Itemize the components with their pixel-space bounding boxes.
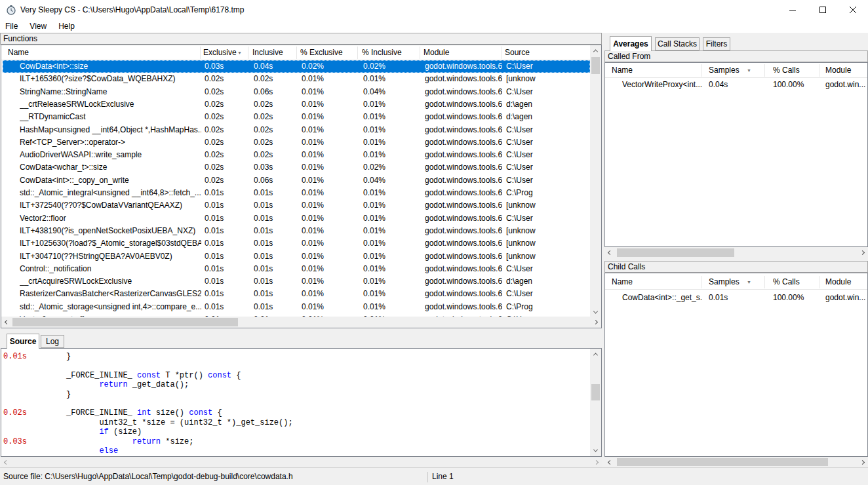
function-row[interactable]: std::_Atomic_integral<unsigned __int64,8… [3,187,590,199]
tab-call-stacks[interactable]: Call Stacks [655,37,700,50]
source-horizontal-scrollbar[interactable] [1,457,602,467]
column-divider[interactable] [819,64,819,77]
function-row[interactable]: RasterizerCanvasBatcher<RasterizerCanvas… [3,288,590,300]
functions-dock-title[interactable]: Functions [0,33,602,45]
function-row[interactable]: ILT+1025630(?load?$_Atomic_storagel$03st… [3,237,590,250]
column-header-inclusive[interactable]: Inclusive [252,45,293,60]
column-divider[interactable] [420,47,420,59]
function-row[interactable]: CowData<int>::size0.03s0.04s0.02%0.02%go… [3,60,590,73]
menu-help[interactable]: Help [52,20,81,33]
cell-pct_inclusive: 0.01% [363,250,421,263]
called-from-dock-title[interactable]: Called From [604,50,868,62]
child-calls-horizontal-scrollbar[interactable] [604,457,868,467]
function-row[interactable]: Vector2::floor0.01s0.01s0.01%0.01%godot.… [3,212,590,225]
column-header-pct-calls[interactable]: % Calls [773,275,812,290]
menu-label: File [5,22,18,31]
function-row[interactable]: HashMap<unsigned __int64,Object *,HashMa… [3,124,590,136]
column-header-name[interactable]: Name [612,63,697,78]
cell-source: C:\User [506,149,589,161]
column-header-samples[interactable]: Samples [709,275,741,290]
column-header-module[interactable]: Module [825,275,865,290]
code-text: uint32_t *size = (uint32_t *)_get_size()… [66,418,293,427]
scrollbar-thumb[interactable] [617,458,828,466]
column-divider[interactable] [502,47,502,59]
cell-module: godot.windows.tools.64 [425,73,502,85]
table-row[interactable]: VectorWriteProxy<int...0.04s100.00%godot… [605,78,867,91]
dock-title-label: Functions [3,34,37,43]
column-divider[interactable] [764,276,765,288]
tab-averages[interactable]: Averages [610,36,652,51]
cell-inclusive: 0.02s [254,124,298,136]
column-header-source[interactable]: Source [505,45,583,60]
scroll-left-button[interactable] [604,457,616,467]
scrollbar-thumb[interactable] [591,57,600,74]
tab-filters[interactable]: Filters [703,37,730,50]
menu-view[interactable]: View [24,20,52,33]
function-row[interactable]: CowData<int>::_copy_on_write0.02s0.06s0.… [3,174,590,187]
chevron-left-icon [4,459,9,464]
scroll-right-button[interactable] [591,457,602,467]
scrollbar-thumb[interactable] [617,248,734,257]
column-divider[interactable] [296,47,297,59]
function-row[interactable]: Control::_notification0.01s0.01s0.01%0.0… [3,263,590,275]
column-divider[interactable] [248,47,248,59]
scroll-left-button[interactable] [1,317,12,328]
column-header-module[interactable]: Module [424,45,497,60]
column-divider[interactable] [764,64,765,77]
column-header-pct-inclusive[interactable]: % Inclusive [362,45,416,60]
column-header-exclusive[interactable]: Exclusive [203,45,237,60]
scroll-left-button[interactable] [604,247,616,258]
column-divider[interactable] [200,47,201,59]
minimize-button[interactable] [778,0,808,20]
column-divider[interactable] [701,276,701,288]
function-row[interactable]: __crtReleaseSRWLockExclusive0.02s0.02s0.… [3,98,590,111]
function-row[interactable]: ILT+438190(?is_openNetSocketPosixUEBA_NX… [3,225,590,237]
function-row[interactable]: __crtAcquireSRWLockExclusive0.01s0.01s0.… [3,275,590,288]
scroll-down-button[interactable] [590,445,601,456]
scroll-right-button[interactable] [857,247,868,258]
scroll-up-button[interactable] [590,45,601,56]
child-calls-dock-title[interactable]: Child Calls [604,261,868,273]
column-divider[interactable] [357,47,358,59]
scroll-right-button[interactable] [590,317,601,328]
table-row[interactable]: CowData<int>::_get_s...0.01s100.00%godot… [605,291,867,304]
function-row[interactable]: ILT+372540(??0?$CowDataVVariantQEAAXZ)0.… [3,199,590,212]
scrollbar-thumb[interactable] [12,318,238,326]
scroll-right-button[interactable] [857,457,868,467]
column-header-name[interactable]: Name [612,275,697,290]
source-line: if (size) [1,427,590,436]
functions-vertical-scrollbar[interactable] [590,45,601,318]
menu-file[interactable]: File [0,20,24,33]
cell-pct_exclusive: 0.01% [302,111,359,123]
column-divider[interactable] [701,64,701,77]
tab-source[interactable]: Source [7,334,39,349]
scrollbar-thumb[interactable] [591,384,600,400]
function-row[interactable]: std::_Atomic_storage<unsigned int,4>::co… [3,301,590,313]
function-row[interactable]: __RTDynamicCast0.02s0.02s0.01%0.01%godot… [3,111,590,123]
function-row[interactable]: ILT+165360(?size?$CowData_WQEBAHXZ)0.02s… [3,73,590,85]
maximize-button[interactable] [808,0,838,20]
function-row[interactable]: ILT+304710(??HStringQEBA?AV0AEBV0Z)0.01s… [3,250,590,263]
functions-horizontal-scrollbar[interactable] [1,317,601,328]
chevron-down-icon [593,309,598,314]
column-divider[interactable] [819,276,819,288]
function-row[interactable]: Ref<TCP_Server>::operator->0.02s0.02s0.0… [3,136,590,149]
title-bar[interactable]: Very Sleepy CS - C:\Users\Hugo\AppData\L… [0,0,868,20]
column-header-pct-calls[interactable]: % Calls [773,63,812,78]
column-header-pct-exclusive[interactable]: % Exclusive [300,45,354,60]
column-header-module[interactable]: Module [825,63,865,78]
called-from-horizontal-scrollbar[interactable] [604,247,868,258]
function-row[interactable]: CowData<wchar_t>::size0.02s0.03s0.01%0.0… [3,161,590,174]
column-header-samples[interactable]: Samples [709,63,741,78]
scroll-up-button[interactable] [590,349,601,360]
sort-descending-icon: ▼ [747,280,751,284]
code-text: } [66,352,71,361]
column-header-name[interactable]: Name [8,45,198,60]
close-button[interactable] [838,0,868,20]
tab-log[interactable]: Log [41,335,64,348]
cell-pct_inclusive: 0.04% [363,86,421,98]
function-row[interactable]: StringName::StringName0.02s0.06s0.01%0.0… [3,86,590,98]
source-vertical-scrollbar[interactable] [590,349,601,456]
function-row[interactable]: AudioDriverWASAPI::write_sample0.02s0.02… [3,149,590,161]
scroll-left-button[interactable] [1,457,12,467]
